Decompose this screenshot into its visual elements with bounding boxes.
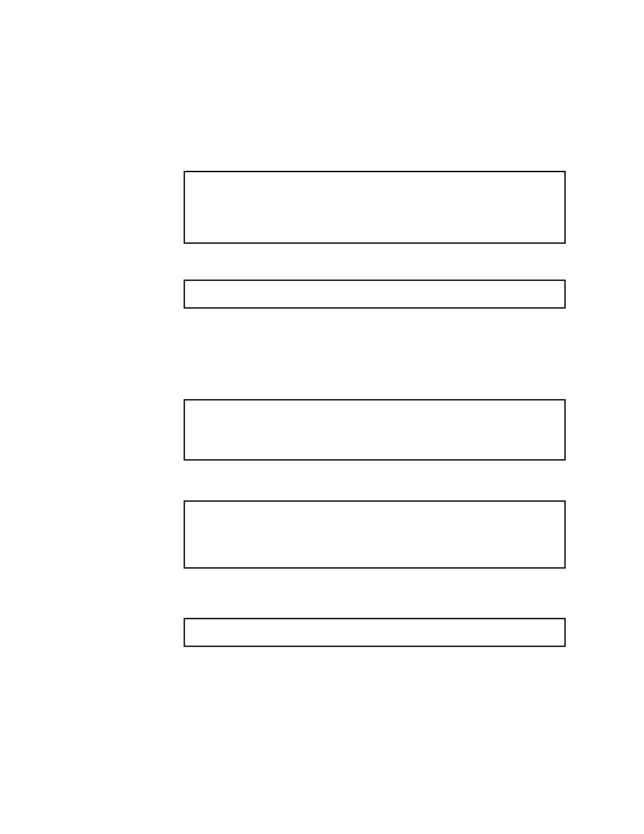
- form-box-2: [184, 280, 566, 309]
- form-box-1: [184, 171, 566, 244]
- form-box-4: [184, 500, 566, 569]
- form-box-3: [184, 399, 566, 461]
- form-box-5: [184, 618, 566, 647]
